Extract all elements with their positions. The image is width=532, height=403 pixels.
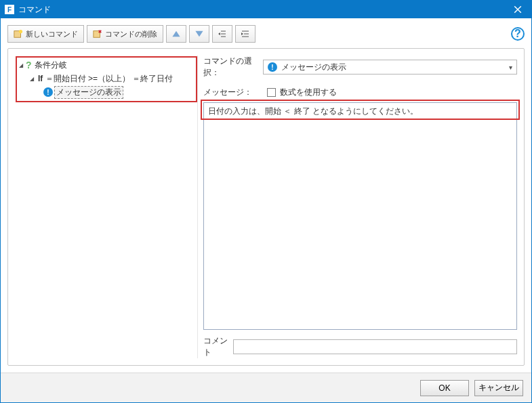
help-button[interactable]: ? xyxy=(511,27,525,41)
svg-marker-7 xyxy=(172,31,180,37)
command-select-label: コマンドの選択： xyxy=(203,56,263,79)
outdent-icon xyxy=(218,29,227,39)
svg-point-3 xyxy=(19,30,22,33)
svg-marker-8 xyxy=(195,31,203,37)
use-formula-label: 数式を使用する xyxy=(280,87,337,98)
message-textarea[interactable] xyxy=(203,102,517,330)
tree-leaf-label: メッセージの表示 xyxy=(54,86,123,99)
toolbar: 新しいコマンド コマンドの削除 ? xyxy=(7,25,525,43)
message-label: メッセージ： xyxy=(203,87,263,98)
question-icon: ? xyxy=(26,60,32,70)
arrow-down-icon xyxy=(195,29,204,39)
comment-input[interactable] xyxy=(233,339,517,354)
command-tree-panel: ◢ ? 条件分岐 ◢ If ＝開始日付 >=（以上） ＝終了日付 ! メッセージ… xyxy=(15,56,198,358)
use-formula-checkbox[interactable] xyxy=(267,88,276,97)
arrow-up-icon xyxy=(171,29,181,39)
move-up-button[interactable] xyxy=(166,25,186,43)
delete-command-button[interactable]: コマンドの削除 xyxy=(87,25,163,43)
info-icon: ! xyxy=(43,87,53,97)
command-select-value: メッセージの表示 xyxy=(281,62,346,73)
svg-marker-16 xyxy=(241,33,243,35)
dialog-footer: OK キャンセル xyxy=(1,373,531,402)
outdent-button[interactable] xyxy=(212,25,232,43)
tree-if-node[interactable]: ◢ If ＝開始日付 >=（以上） ＝終了日付 xyxy=(16,72,196,85)
tree-root-label: 条件分岐 xyxy=(33,60,67,71)
new-command-icon xyxy=(14,29,23,39)
new-command-label: 新しいコマンド xyxy=(26,29,78,39)
if-keyword: If xyxy=(38,74,43,83)
app-icon: F xyxy=(5,5,14,14)
svg-marker-12 xyxy=(218,33,220,35)
expand-icon[interactable]: ◢ xyxy=(28,76,35,82)
tree-leaf-node[interactable]: ! メッセージの表示 xyxy=(16,85,196,99)
command-select-dropdown[interactable]: ! メッセージの表示 xyxy=(263,60,517,75)
comment-label: コメント xyxy=(203,335,229,358)
ok-button[interactable]: OK xyxy=(420,380,469,396)
expand-icon[interactable]: ◢ xyxy=(18,62,24,68)
move-down-button[interactable] xyxy=(189,25,209,43)
indent-button[interactable] xyxy=(235,25,255,43)
titlebar: F コマンド xyxy=(1,1,531,18)
if-expression: ＝開始日付 >=（以上） ＝終了日付 xyxy=(45,74,173,83)
new-command-button[interactable]: 新しいコマンド xyxy=(7,25,84,43)
delete-command-icon xyxy=(93,29,102,39)
tree-root[interactable]: ◢ ? 条件分岐 xyxy=(16,58,196,72)
window-title: コマンド xyxy=(18,4,504,16)
info-icon: ! xyxy=(268,62,277,72)
close-button[interactable] xyxy=(504,1,531,18)
indent-icon xyxy=(241,29,250,39)
command-dialog: F コマンド 新しいコマンド コマンドの削除 xyxy=(0,0,532,403)
cancel-button[interactable]: キャンセル xyxy=(474,380,523,396)
command-detail-panel: コマンドの選択： ! メッセージの表示 メッセージ： 数式を使用する xyxy=(203,56,517,358)
delete-command-label: コマンドの削除 xyxy=(105,29,157,39)
